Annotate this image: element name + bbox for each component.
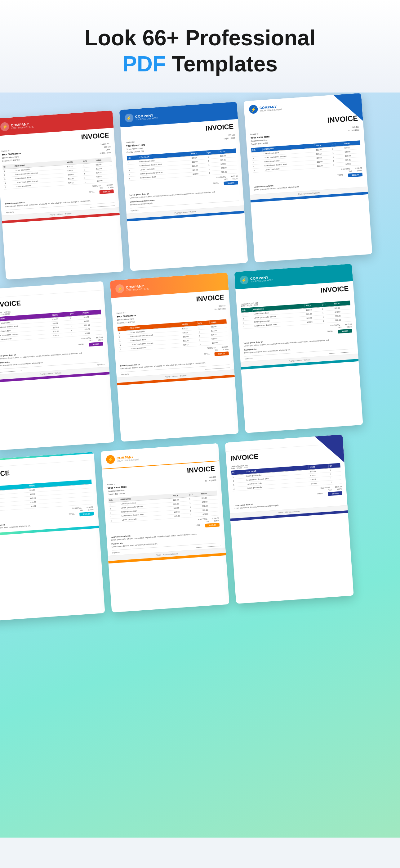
invoice-card-blue: ⚡ COMPANY YOUR TAGLINE HERE INVOICE Invo… [119,102,248,271]
signature-label-b: Signature [131,209,139,211]
tax-value: 0.00% [108,186,113,188]
total-row-b: TOTAL $100.00 [213,181,238,186]
signature-label: Signature [6,211,14,213]
total-value-b: $100.00 [224,181,238,185]
tax-row-b: TAX0.00% [224,178,238,180]
card-row-3: INVOICE Invoice No : 005 133 Date : 10 |… [0,433,374,621]
invoice-body-wo: Invoice to : Your Name Here Street Addre… [103,473,226,556]
logo-icon-bc: ⚡ [249,104,258,114]
invoice-to-left-bc: Invoice to : Your Name Here Street Addre… [250,132,270,146]
invoice-card-mint: INVOICE Invoice No : 005 133 Date : 10 |… [0,452,105,621]
hero-line1: Look 66+ Professional [85,26,316,50]
company-logo-orange: ⚡ COMPANY YOUR TAGLINE HERE [115,282,149,293]
hero-title: Look 66+ Professional PDF Templates [19,25,381,77]
invoice-body-teal: Invoice No : 005 133 Date : 10 | 01 | 20… [236,293,358,362]
company-logo-blue: ⚡ COMPANY YOUR TAGLINE HERE [124,112,158,123]
subtotal-label: SUBTOTAL [92,184,101,187]
total-row: TOTAL $100.00 [89,189,114,195]
company-logo-teal: ⚡ COMPANY YOUR TAGLINE HERE [239,274,273,285]
invoice-body-mint: Invoice No : 005 133 Date : 10 | 01 | 20… [0,472,99,534]
invoice-body-blue: Invoice to : Your Name Here Street Addre… [121,131,244,214]
tax-row: TAX0.00% [100,186,113,189]
invoice-date-bc: 10 | 01 | 2022 [348,128,359,132]
logo-icon-wo: ⚡ [106,455,115,464]
company-logo-wo: ⚡ COMPANY YOUR TAGLINE HERE [106,453,139,464]
tax-label: TAX [100,187,103,189]
blue-corner-deco [333,93,363,123]
invoice-body: Invoice to : Your Name Here Street Addre… [0,140,119,215]
logo-icon-blue: ⚡ [124,113,134,123]
hero-pdf: PDF [123,52,166,76]
invoice-card-white-orange: ⚡ COMPANY YOUR TAGLINE HERE INVOICE Invo… [100,443,229,613]
invoice-meta: Invoice No : 005 123 Date : 01 | 01 | 20… [99,142,111,156]
invoice-meta-blue: 005 123 10 | 01 | 2022 [223,133,235,147]
invoice-date-blue: 10 | 01 | 2022 [224,136,235,140]
page-container: Look 66+ Professional PDF Templates ⚡ CO… [0,0,400,838]
logo-icon: ⚡ [0,122,9,131]
invoice-body-navy: Invoice No : 005 133 Date : 10 | 01 | 20… [226,456,347,513]
logo-icon-orange: ⚡ [115,284,124,293]
total-value: $100.00 [100,189,114,194]
subtotal-value: $100.00 [106,184,113,186]
invoice-card-purple: INVOICE Invoice No : 005 123 Date : 10 |… [0,281,114,451]
invoice-to-left-blue: Invoice to : Your Name Here Street Addre… [126,140,145,154]
invoice-body-orange: Invoice to : Your Name Here Street Addre… [112,302,234,377]
invoice-card-orange: ⚡ COMPANY YOUR TAGLINE HERE INVOICE Invo… [110,273,238,442]
hero-line2: Templates [166,52,278,76]
card-row-1: ⚡ COMPANY YOUR TAGLINE HERE INVOICE Invo… [0,93,393,280]
logo-icon-teal: ⚡ [239,275,249,285]
cards-area: ⚡ COMPANY YOUR TAGLINE HERE INVOICE Invo… [0,93,400,838]
invoice-to-left: Invoice to : Your Name Here Street Addre… [1,149,21,163]
company-logo-red: ⚡ COMPANY YOUR TAGLINE HERE [0,120,34,131]
total-label: TOTAL [89,191,95,195]
navy-corner-deco [315,435,344,464]
invoice-body-purple: Invoice No : 005 123 Date : 10 | 01 | 20… [0,303,109,375]
invoice-card-navy: INVOICE Invoice No : 005 133 Date : 10 |… [225,435,354,604]
invoice-date: 01 | 01 | 2022 [100,151,111,155]
invoice-card-teal: ⚡ COMPANY YOUR TAGLINE HERE INVOICE Invo… [234,264,363,433]
company-logo-bc: ⚡ COMPANY YOUR TAGLINE HERE [249,100,331,114]
invoice-card-red: ⚡ COMPANY YOUR TAGLINE HERE INVOICE Invo… [0,111,124,280]
invoice-meta-bc: 005 133 10 | 01 | 2022 [347,125,360,139]
card-row-2: INVOICE Invoice No : 005 123 Date : 10 |… [0,262,384,451]
signature-line [90,204,115,208]
invoice-body-bc: Invoice to : Your Name Here Street Addre… [245,123,367,195]
invoice-card-blue-corner: ⚡ COMPANY YOUR TAGLINE HERE INVOICE Invo… [243,93,372,262]
hero-section: Look 66+ Professional PDF Templates [0,0,400,93]
